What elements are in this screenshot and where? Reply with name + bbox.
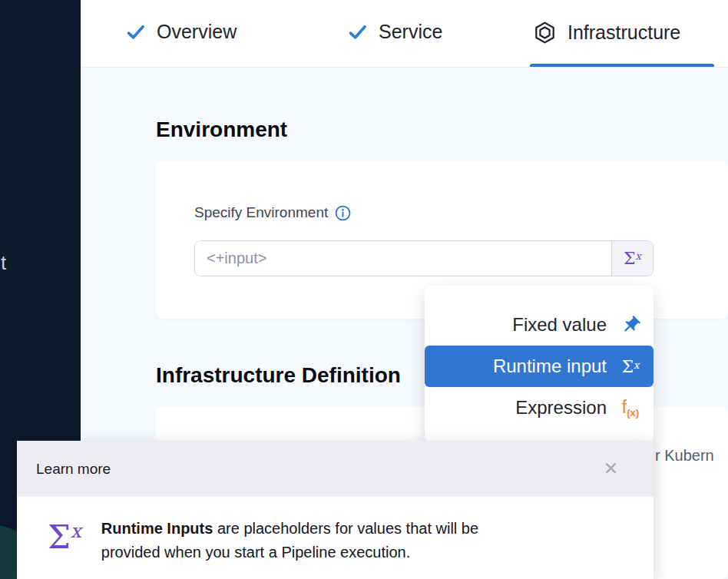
tab-service-label: Service xyxy=(379,21,442,43)
tab-service[interactable]: Service xyxy=(347,21,442,43)
f-of-x-icon: f(x) xyxy=(617,397,644,419)
popover-header: Learn more ✕ xyxy=(17,441,654,497)
runtime-input-label: Runtime input xyxy=(493,356,607,377)
sigma-x-icon: Σx xyxy=(624,249,641,268)
app-frame: t Overview Service xyxy=(0,0,728,579)
sigma-x-icon: Σx xyxy=(617,356,644,377)
check-icon xyxy=(347,22,368,42)
infrastructure-partial-text: r Kubern xyxy=(655,447,714,465)
tab-overview[interactable]: Overview xyxy=(125,21,237,43)
specify-environment-label: Specify Environment xyxy=(194,204,328,221)
stage-tabbar: Overview Service Infrastructure xyxy=(81,0,728,68)
tab-overview-label: Overview xyxy=(157,21,237,43)
expression-label: Expression xyxy=(515,397,607,419)
learn-more-popover: Learn more ✕ Σx Runtime Inputs are place… xyxy=(17,441,654,579)
tab-infrastructure[interactable]: Infrastructure xyxy=(533,21,680,45)
info-icon[interactable] xyxy=(335,205,351,221)
active-tab-underline xyxy=(530,64,714,67)
infrastructure-heading: Infrastructure Definition xyxy=(156,363,401,388)
popover-description: Runtime Inputs are placeholders for valu… xyxy=(101,517,478,564)
infrastructure-hexagon-icon xyxy=(533,21,557,45)
popover-body: Σx Runtime Inputs are placeholders for v… xyxy=(17,497,654,564)
popover-title: Learn more xyxy=(36,461,111,478)
environment-input-group: Σx xyxy=(194,240,654,276)
multitype-selector-button[interactable]: Σx xyxy=(611,241,653,276)
environment-input[interactable] xyxy=(195,241,611,276)
tab-infrastructure-label: Infrastructure xyxy=(568,22,680,44)
check-icon xyxy=(125,22,146,42)
close-icon[interactable]: ✕ xyxy=(604,460,618,478)
sidebar-truncated-text: t xyxy=(1,251,6,275)
environment-heading: Environment xyxy=(156,117,287,142)
sigma-x-icon: Σx xyxy=(48,521,81,554)
dropdown-item-expression[interactable]: Expression f(x) xyxy=(425,387,654,428)
value-type-dropdown: Fixed value Runtime input Σx Expression … xyxy=(425,286,654,444)
fixed-value-label: Fixed value xyxy=(512,314,607,336)
dropdown-item-fixed-value[interactable]: Fixed value xyxy=(425,304,654,346)
specify-environment-row: Specify Environment xyxy=(194,204,351,221)
pin-icon xyxy=(617,315,644,336)
dropdown-item-runtime-input[interactable]: Runtime input Σx xyxy=(425,346,654,387)
